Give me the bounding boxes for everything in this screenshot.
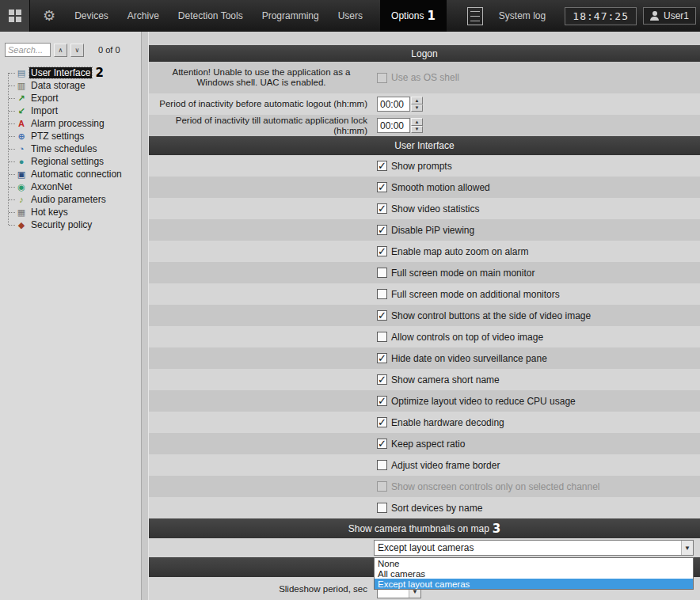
checkbox-label: Adjust video frame border [391, 460, 500, 471]
sidebar-item-import[interactable]: Import [6, 104, 141, 117]
sidebar-item-label: Hot keys [29, 207, 70, 218]
system-log-icon[interactable] [467, 7, 483, 25]
checkbox-label: Use as OS shell [391, 72, 459, 83]
checkbox[interactable] [377, 246, 387, 256]
sidebar-item-alarm-processing[interactable]: Alarm processing [6, 117, 141, 130]
sidebar-item-export[interactable]: Export [6, 92, 141, 104]
sidebar-item-label: Data storage [29, 80, 87, 91]
annotation-1: 1 [427, 9, 435, 23]
settings-row: Adjust video frame border [149, 454, 700, 476]
sidebar-item-label: Alarm processing [29, 118, 106, 129]
checkbox[interactable] [377, 374, 387, 385]
thumbnails-dropdown[interactable]: Except layout cameras ▼ [374, 540, 694, 556]
spinner-down-button[interactable]: ▼ [411, 104, 423, 112]
sidebar-item-user-interface[interactable]: User Interface 2 [6, 66, 141, 79]
menu-programming[interactable]: Programming [262, 10, 319, 21]
gear-icon[interactable]: ⚙ [43, 7, 55, 25]
os-shell-control: Use as OS shell [374, 72, 700, 83]
logout-period-spinner: 00:00 ▲ ▼ [377, 97, 423, 112]
sidebar-item-time-schedules[interactable]: Time schedules [6, 142, 141, 155]
menu-system-log[interactable]: System log [499, 10, 546, 21]
sidebar-item-data-storage[interactable]: Data storage [6, 79, 141, 92]
sidebar-item-label: Audio parameters [29, 194, 108, 205]
checkbox[interactable] [377, 225, 387, 235]
lock-period-label: Period of inactivity till automatic appl… [149, 116, 374, 136]
checkbox-label: Smooth motion allowed [391, 182, 490, 193]
search-next-button[interactable]: ∨ [70, 44, 84, 57]
settings-row: Full screen mode on main monitor [149, 262, 700, 283]
lock-period-value[interactable]: 00:00 [377, 118, 410, 133]
settings-row: Enable map auto zoom on alarm [149, 241, 700, 262]
checkbox[interactable] [377, 503, 387, 513]
section-header-user-interface: User Interface [149, 136, 700, 155]
menu-options[interactable]: Options 1 [380, 0, 447, 32]
search-input[interactable] [5, 43, 51, 57]
dropdown-option-except-layout-cameras[interactable]: Except layout cameras [375, 579, 693, 589]
checkbox[interactable] [377, 203, 387, 214]
menu-devices[interactable]: Devices [74, 10, 108, 21]
checkbox[interactable] [377, 417, 387, 427]
settings-row: Attention! Unable to use the application… [149, 62, 700, 93]
checkbox[interactable] [377, 439, 387, 449]
spinner-up-button[interactable]: ▲ [411, 118, 423, 126]
alarm-icon [16, 119, 27, 129]
settings-panel: Logon Attention! Unable to use the appli… [149, 32, 700, 600]
sidebar-item-label: AxxonNet [29, 181, 74, 192]
lock-period-spinner: 00:00 ▲ ▼ [377, 118, 423, 133]
slideshow-period-label: Slideshow period, sec [149, 584, 374, 594]
sidebar-splitter[interactable] [141, 32, 149, 600]
dropdown-option-none[interactable]: None [375, 558, 693, 568]
checkbox[interactable] [377, 268, 387, 278]
settings-row: Full screen mode on additional monitors [149, 283, 700, 305]
checkbox[interactable] [377, 182, 387, 192]
menu-detection-tools[interactable]: Detection Tools [178, 10, 243, 21]
menu-users[interactable]: Users [338, 10, 363, 21]
sidebar-item-label: PTZ settings [29, 131, 86, 142]
settings-row: Smooth motion allowed [149, 177, 700, 198]
checkbox-label: Sort devices by name [391, 503, 482, 514]
search-result-count: 0 of 0 [98, 45, 120, 55]
section-header-logon: Logon [149, 45, 700, 62]
sidebar-item-label: Time schedules [29, 143, 99, 154]
logout-period-value[interactable]: 00:00 [377, 97, 410, 112]
settings-row: Show prompts [149, 155, 700, 177]
keyboard-icon [16, 207, 27, 218]
apps-grid-button[interactable] [0, 0, 30, 32]
spinner-up-button[interactable]: ▲ [411, 97, 423, 104]
checkbox[interactable] [377, 161, 387, 171]
settings-row: Show camera short name [149, 369, 700, 390]
settings-row: Hide date on video surveillance pane [149, 347, 700, 369]
checkbox[interactable] [377, 332, 387, 342]
current-user-label: User1 [664, 10, 689, 21]
checkbox[interactable] [377, 460, 387, 470]
checkbox[interactable] [377, 481, 387, 492]
chevron-down-icon[interactable]: ▼ [681, 541, 693, 555]
checkbox[interactable] [377, 353, 387, 363]
sidebar-item-hot-keys[interactable]: Hot keys [6, 206, 141, 218]
spinner-down-button[interactable]: ▼ [411, 126, 423, 134]
sidebar-item-audio-parameters[interactable]: Audio parameters [6, 193, 141, 206]
sidebar-item-label: Export [29, 93, 60, 104]
os-shell-checkbox[interactable] [377, 73, 387, 83]
menu-archive[interactable]: Archive [127, 10, 159, 21]
sidebar-item-regional-settings[interactable]: Regional settings [6, 155, 141, 168]
shield-icon [16, 220, 27, 230]
sidebar-item-ptz-settings[interactable]: PTZ settings [6, 130, 141, 142]
monitor-icon [16, 68, 27, 78]
dropdown-option-all-cameras[interactable]: All cameras [375, 568, 693, 579]
sidebar-item-automatic-connection[interactable]: Automatic connection [6, 168, 141, 180]
settings-row: Except layout cameras ▼ [149, 538, 700, 557]
search-row: ∧ ∨ 0 of 0 [0, 43, 141, 57]
checkbox[interactable] [377, 396, 387, 406]
checkbox[interactable] [377, 289, 387, 299]
sidebar-item-security-policy[interactable]: Security policy [6, 218, 141, 231]
attention-label: Attention! Unable to use the application… [149, 67, 374, 88]
sidebar-item-axxonnet[interactable]: AxxonNet [6, 180, 141, 193]
settings-row: Optimize layout video to reduce CPU usag… [149, 390, 700, 412]
checkbox-label: Full screen mode on additional monitors [391, 289, 560, 300]
checkbox[interactable] [377, 310, 387, 321]
search-prev-button[interactable]: ∧ [54, 44, 67, 57]
current-user-button[interactable]: User1 [643, 7, 696, 25]
sidebar-item-label: Regional settings [29, 156, 105, 167]
settings-row: Show onscreen controls only on selected … [149, 476, 700, 497]
